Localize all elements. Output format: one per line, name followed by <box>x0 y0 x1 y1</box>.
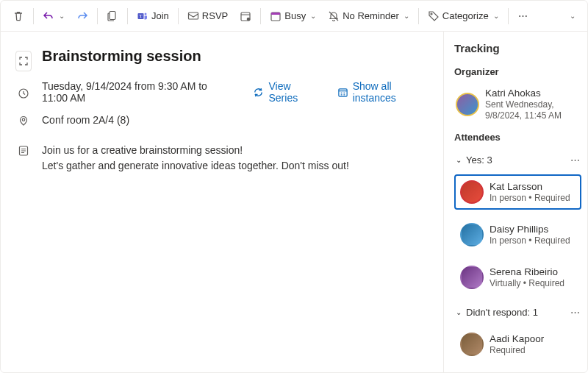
avatar <box>460 266 484 289</box>
svg-point-3 <box>145 13 147 15</box>
chevron-down-icon: ⌄ <box>59 12 65 20</box>
attendee-card[interactable]: Aadi Kapoor Required <box>454 327 581 362</box>
svg-rect-4 <box>188 13 198 19</box>
reply-icon <box>43 10 54 22</box>
attendee-card[interactable]: Daisy Phillips In person • Required <box>454 217 581 252</box>
svg-rect-0 <box>110 11 115 19</box>
attendee-name: Serena Ribeirio <box>490 266 564 278</box>
noresponse-group-header[interactable]: ⌄ Didn't respond: 1 ⋯ <box>454 302 581 319</box>
event-time: Tuesday, 9/14/2024 from 9:30 AM to 11:00… <box>42 80 232 104</box>
calendar-list-icon <box>337 86 348 98</box>
event-body: Join us for a creative brainstorming ses… <box>42 143 349 174</box>
attendee-name: Kat Larsson <box>490 181 570 193</box>
view-series-link[interactable]: View Series <box>253 80 316 104</box>
yes-count-label: Yes: 3 <box>466 154 492 166</box>
more-toolbar-button[interactable]: ⋯ <box>513 7 534 25</box>
attendee-status: In person • Required <box>490 193 570 204</box>
avatar <box>456 93 479 116</box>
event-details: Brainstorming session Tuesday, 9/14/2024… <box>1 32 443 372</box>
more-icon[interactable]: ⋯ <box>570 307 580 318</box>
attendee-name: Aadi Kapoor <box>490 333 544 345</box>
svg-point-6 <box>247 17 251 21</box>
reminder-dropdown[interactable]: No Reminder ⌄ <box>323 7 414 25</box>
noresponse-count-label: Didn't respond: 1 <box>466 307 538 318</box>
attendee-status: In person • Required <box>490 235 570 246</box>
svg-rect-8 <box>271 13 280 15</box>
trash-icon <box>12 10 24 22</box>
organizer-person[interactable]: Katri Ahokas Sent Wednesday, 9/8/2024, 1… <box>454 85 581 124</box>
show-all-instances-link[interactable]: Show all instances <box>337 80 429 104</box>
organizer-name: Katri Ahokas <box>485 88 580 99</box>
event-body-line2: Let's gather and generate innovative ide… <box>42 158 349 174</box>
location-icon <box>18 115 29 127</box>
more-icon: ⋯ <box>517 10 529 22</box>
forward-button[interactable] <box>72 7 93 25</box>
attendee-name: Daisy Phillips <box>490 224 570 235</box>
calendar-icon <box>240 10 251 22</box>
categorize-label: Categorize <box>442 10 489 21</box>
rsvp-icon <box>187 10 199 22</box>
forward-icon <box>76 10 88 22</box>
chevron-down-icon: ⌄ <box>570 12 576 20</box>
avatar <box>460 180 484 204</box>
busy-label: Busy <box>284 10 306 21</box>
copy-button[interactable] <box>102 7 123 25</box>
toolbar: ⌄ T Join RSVP <box>1 1 587 32</box>
more-icon[interactable]: ⋯ <box>570 154 580 166</box>
attendee-status: Required <box>490 345 544 356</box>
rsvp-button[interactable]: RSVP <box>183 7 232 25</box>
teams-icon: T <box>137 10 148 22</box>
chevron-down-icon: ⌄ <box>404 12 409 20</box>
reply-button[interactable]: ⌄ <box>38 7 69 25</box>
svg-point-12 <box>22 118 24 121</box>
calendar-extra-button[interactable] <box>235 7 256 25</box>
avatar <box>460 223 484 246</box>
join-button[interactable]: T Join <box>132 7 173 25</box>
delete-button[interactable] <box>8 7 29 25</box>
recurrence-icon <box>253 86 264 98</box>
collapse-ribbon-button[interactable]: ⌄ <box>564 9 580 23</box>
tag-icon <box>428 10 440 22</box>
yes-group-header[interactable]: ⌄ Yes: 3 ⋯ <box>454 150 581 167</box>
chevron-down-icon: ⌄ <box>456 308 462 316</box>
chevron-down-icon: ⌄ <box>493 12 499 20</box>
bell-off-icon <box>328 10 340 22</box>
event-title: Brainstorming session <box>42 48 201 65</box>
organizer-sent: Sent Wednesday, 9/8/2024, 11:45 AM <box>485 99 580 121</box>
clock-icon <box>18 88 29 99</box>
event-body-line1: Join us for a creative brainstorming ses… <box>42 143 349 158</box>
expand-icon[interactable] <box>15 51 32 71</box>
view-series-label: View Series <box>268 80 316 104</box>
chevron-down-icon: ⌄ <box>456 156 462 164</box>
avatar <box>460 333 484 356</box>
event-location: Conf room 2A/4 (8) <box>42 114 129 126</box>
chevron-down-icon: ⌄ <box>310 12 316 20</box>
attendees-label: Attendees <box>454 132 581 143</box>
categorize-button[interactable]: Categorize ⌄ <box>423 7 503 25</box>
rsvp-label: RSVP <box>202 10 228 21</box>
attendee-status: Virtually • Required <box>490 278 564 289</box>
tracking-panel: Tracking Organizer Katri Ahokas Sent Wed… <box>443 32 587 372</box>
show-all-label: Show all instances <box>353 80 429 104</box>
organizer-label: Organizer <box>454 66 581 77</box>
join-label: Join <box>151 10 169 21</box>
svg-text:T: T <box>139 13 143 19</box>
copy-icon <box>107 10 118 22</box>
reminder-label: No Reminder <box>343 10 399 21</box>
busy-dropdown[interactable]: Busy ⌄ <box>265 7 320 25</box>
tracking-heading: Tracking <box>454 42 581 54</box>
svg-rect-11 <box>339 88 347 96</box>
attendee-card[interactable]: Kat Larsson In person • Required <box>454 174 581 210</box>
description-icon <box>18 145 29 157</box>
busy-icon <box>270 10 282 22</box>
attendee-card[interactable]: Serena Ribeirio Virtually • Required <box>454 260 581 295</box>
svg-point-9 <box>431 13 432 15</box>
